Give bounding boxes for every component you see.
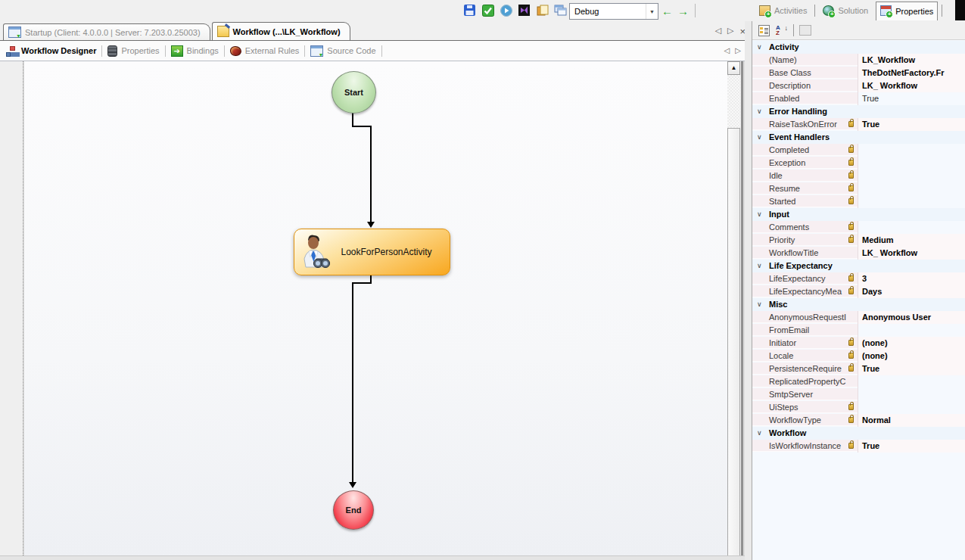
property-value[interactable]: LK_ Workflow — [858, 247, 965, 260]
property-value[interactable] — [858, 170, 965, 182]
tab-properties[interactable]: + Properties — [876, 2, 938, 20]
property-row[interactable]: ReplicatedPropertyC — [752, 375, 965, 388]
scrollbar-thumb[interactable] — [727, 128, 740, 556]
property-value[interactable] — [858, 157, 965, 170]
collapse-chevron-icon[interactable]: ∨ — [757, 208, 762, 221]
property-row[interactable]: Locale(none) — [752, 350, 965, 362]
property-category-row[interactable]: ∨Workflow — [752, 427, 965, 440]
categorized-view-icon[interactable] — [757, 23, 770, 37]
collapse-chevron-icon[interactable]: ∨ — [757, 298, 762, 311]
visual-studio-icon[interactable] — [518, 4, 531, 17]
property-category-row[interactable]: ∨Event Handlers — [752, 131, 965, 144]
property-category-row[interactable]: ∨Life Expectancy — [752, 260, 965, 272]
dropdown-arrow-icon[interactable]: ▼ — [646, 4, 658, 19]
property-value[interactable] — [858, 324, 965, 337]
tab-source-code[interactable]: Source Code — [310, 45, 375, 57]
activity-node-lookforperson[interactable]: LookForPersonActivity — [294, 229, 450, 275]
property-value[interactable]: Normal — [858, 414, 965, 427]
property-row[interactable]: Completed — [752, 144, 965, 157]
property-value[interactable]: LK_Workflow — [858, 54, 965, 67]
property-row[interactable]: IsWorkflowInstanceTrue — [752, 440, 965, 453]
property-value[interactable]: Days — [858, 285, 965, 298]
property-row[interactable]: UiSteps — [752, 401, 965, 414]
property-row[interactable]: Comments — [752, 221, 965, 234]
doc-scroll-right-icon[interactable]: ▷ — [727, 26, 733, 37]
property-value[interactable] — [858, 195, 965, 208]
property-row[interactable]: Idle — [752, 170, 965, 182]
collapse-chevron-icon[interactable]: ∨ — [757, 41, 762, 54]
property-row[interactable]: PriorityMedium — [752, 234, 965, 247]
doc-scroll-left-icon[interactable]: ◁ — [714, 26, 721, 37]
property-category-row[interactable]: ∨Misc — [752, 298, 965, 311]
tab-properties-view[interactable]: Properties — [107, 45, 159, 57]
property-row[interactable]: (Name)LK_Workflow — [752, 54, 965, 67]
property-value[interactable]: 3 — [858, 272, 965, 285]
navigate-forward-icon[interactable]: → — [677, 5, 689, 17]
canvas-vertical-scrollbar[interactable]: ▲ — [727, 61, 740, 560]
property-value[interactable]: True — [858, 362, 965, 375]
designer-scroll-right-icon[interactable]: ▷ — [735, 46, 741, 54]
property-row[interactable]: LifeExpectancyMeaDays — [752, 285, 965, 298]
property-row[interactable]: Resume — [752, 182, 965, 195]
collapse-chevron-icon[interactable]: ∨ — [757, 131, 762, 144]
property-category-row[interactable]: ∨Input — [752, 208, 965, 221]
doc-tab-startup[interactable]: Startup (Client: 4.0.0.0 | Server: 7.203… — [3, 23, 210, 40]
tab-solution[interactable]: + Solution — [819, 2, 872, 20]
doc-tab-workflow[interactable]: Workflow (...\LK_Workflow) — [212, 22, 350, 40]
end-node[interactable]: End — [333, 490, 374, 530]
scroll-up-icon[interactable]: ▲ — [727, 61, 740, 75]
lock-icon — [848, 366, 854, 372]
property-value[interactable] — [858, 182, 965, 195]
copy-window-icon[interactable] — [554, 4, 567, 17]
property-row[interactable]: WorkflowTypeNormal — [752, 414, 965, 427]
collapse-chevron-icon[interactable]: ∨ — [757, 105, 762, 118]
property-value[interactable] — [858, 375, 965, 388]
property-row[interactable]: WorkflowTitleLK_ Workflow — [752, 247, 965, 260]
property-value[interactable]: True — [858, 92, 965, 105]
property-row[interactable]: LifeExpectancy3 — [752, 272, 965, 285]
property-value[interactable]: Medium — [858, 234, 965, 247]
property-row[interactable]: RaiseTaskOnErrorTrue — [752, 118, 965, 131]
property-category-row[interactable]: ∨Activity — [752, 41, 965, 54]
panel-splitter[interactable] — [745, 21, 752, 560]
property-row[interactable]: Base ClassTheDotNetFactory.Fr — [752, 67, 965, 79]
property-category-row[interactable]: ∨Error Handling — [752, 105, 965, 118]
save-icon[interactable] — [463, 4, 476, 17]
property-row[interactable]: Initiator(none) — [752, 337, 965, 350]
designer-scroll-left-icon[interactable]: ◁ — [724, 46, 730, 54]
tab-external-rules[interactable]: External Rules — [230, 46, 300, 56]
property-row[interactable]: EnabledTrue — [752, 92, 965, 105]
tab-bindings[interactable]: ➔ Bindings — [171, 45, 219, 57]
property-value[interactable]: True — [858, 118, 965, 131]
property-value[interactable] — [858, 388, 965, 401]
collapse-chevron-icon[interactable]: ∨ — [757, 427, 762, 440]
property-row[interactable]: Exception — [752, 157, 965, 170]
property-value[interactable]: (none) — [858, 350, 965, 362]
property-row[interactable]: PersistenceRequireTrue — [752, 362, 965, 375]
property-row[interactable]: FromEmail — [752, 324, 965, 337]
property-value[interactable]: TheDotNetFactory.Fr — [858, 67, 965, 79]
property-row[interactable]: AnonymousRequestIAnonymous User — [752, 311, 965, 324]
tab-activities[interactable]: + Activities — [755, 2, 811, 20]
workflow-canvas[interactable] — [23, 61, 728, 555]
property-row[interactable]: SmtpServer — [752, 388, 965, 401]
build-check-icon[interactable] — [481, 4, 494, 17]
property-value[interactable]: Anonymous User — [858, 311, 965, 324]
tab-workflow-designer[interactable]: Workflow Designer — [6, 46, 96, 56]
property-value[interactable] — [858, 144, 965, 157]
navigate-back-icon[interactable]: ← — [661, 5, 673, 17]
property-row[interactable]: Started — [752, 195, 965, 208]
start-node[interactable]: Start — [332, 71, 376, 114]
property-value[interactable] — [858, 401, 965, 414]
property-row[interactable]: DescriptionLK_ Workflow — [752, 79, 965, 92]
collapse-chevron-icon[interactable]: ∨ — [757, 260, 762, 272]
property-value[interactable]: (none) — [858, 337, 965, 350]
paste-icon[interactable] — [536, 4, 549, 17]
property-value[interactable] — [858, 221, 965, 234]
debug-configuration-dropdown[interactable]: Debug ▼ — [569, 3, 658, 20]
property-value[interactable]: True — [858, 440, 965, 453]
run-icon[interactable] — [500, 4, 512, 17]
property-pages-icon[interactable] — [798, 23, 812, 37]
alphabetical-sort-icon[interactable]: AZ↓ — [775, 23, 789, 37]
property-value[interactable]: LK_ Workflow — [858, 79, 965, 92]
